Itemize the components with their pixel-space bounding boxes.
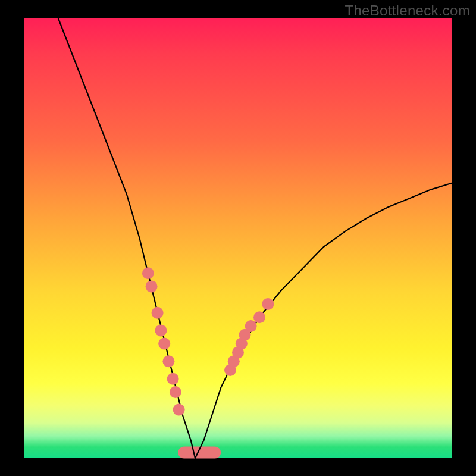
plot-area bbox=[24, 18, 452, 458]
data-dot bbox=[170, 386, 181, 398]
data-dot bbox=[142, 267, 154, 279]
data-dot bbox=[253, 311, 265, 323]
data-dot bbox=[158, 338, 170, 350]
data-dots bbox=[142, 267, 274, 415]
watermark-text: TheBottleneck.com bbox=[345, 2, 470, 19]
bottleneck-curve bbox=[58, 18, 452, 458]
data-dot bbox=[173, 404, 185, 416]
curve-svg bbox=[24, 18, 452, 458]
data-dot bbox=[262, 298, 274, 310]
data-dot bbox=[146, 280, 158, 292]
data-dot bbox=[167, 373, 179, 385]
data-dot bbox=[152, 307, 164, 319]
data-dot bbox=[155, 324, 167, 336]
data-dot bbox=[245, 320, 257, 332]
chart-frame: TheBottleneck.com bbox=[0, 0, 476, 476]
data-dot bbox=[162, 355, 174, 367]
